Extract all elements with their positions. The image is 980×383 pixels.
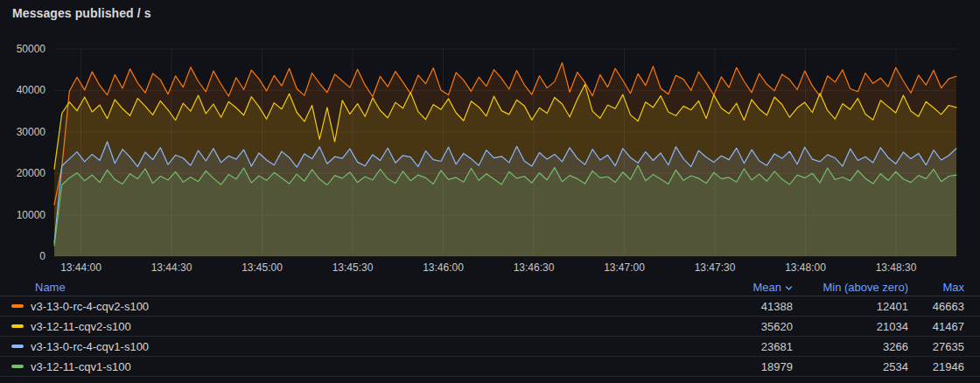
grafana-panel: Messages published / s 01000020000300004… <box>0 0 980 383</box>
x-tick-label: 13:48:00 <box>785 261 826 275</box>
series-mean-value: 35620 <box>714 320 793 333</box>
series-min-value: 12401 <box>793 300 908 313</box>
legend-name-cell: v3-12-11-cqv2-s100 <box>11 320 714 333</box>
series-name[interactable]: v3-13-0-rc-4-cqv2-s100 <box>31 300 149 313</box>
x-tick-label: 13:44:30 <box>151 261 192 275</box>
series-color-swatch[interactable] <box>11 345 24 348</box>
series-mean-value: 23681 <box>714 340 793 353</box>
sort-desc-icon <box>785 284 793 292</box>
y-tick-label: 40000 <box>0 83 46 97</box>
series-max-value: 41467 <box>908 320 964 333</box>
series-max-value: 46663 <box>908 300 964 313</box>
legend-header: Name Mean Min (above zero) Max <box>0 278 980 296</box>
series-color-swatch[interactable] <box>11 304 24 308</box>
x-tick-label: 13:46:00 <box>423 261 464 275</box>
legend-column-max[interactable]: Max <box>908 281 964 294</box>
x-tick-label: 13:47:00 <box>604 261 645 275</box>
legend-row: v3-12-11-cqv1-s10018979253421946 <box>0 357 980 377</box>
legend-row: v3-13-0-rc-4-cqv1-s10023681326627635 <box>0 337 980 357</box>
x-tick-label: 13:45:00 <box>242 261 283 275</box>
x-tick-label: 13:48:30 <box>876 261 917 275</box>
series-color-swatch[interactable] <box>11 324 24 328</box>
legend-name-cell: v3-13-0-rc-4-cqv2-s100 <box>11 300 714 313</box>
legend-column-min[interactable]: Min (above zero) <box>793 281 908 294</box>
series-mean-value: 18979 <box>714 360 793 373</box>
legend-row: v3-13-0-rc-4-cqv2-s100413881240146663 <box>0 296 980 317</box>
legend-name-cell: v3-13-0-rc-4-cqv1-s100 <box>11 340 714 353</box>
x-tick-label: 13:44:00 <box>60 261 102 275</box>
y-tick-label: 30000 <box>0 125 46 139</box>
series-max-value: 27635 <box>908 340 964 353</box>
series-name[interactable]: v3-13-0-rc-4-cqv1-s100 <box>31 340 149 353</box>
y-tick-label: 50000 <box>0 42 46 56</box>
timeseries-chart[interactable]: 01000020000300004000050000 13:44:0013:44… <box>0 0 980 278</box>
series-name[interactable]: v3-12-11-cqv1-s100 <box>31 360 131 373</box>
series-mean-value: 41388 <box>714 300 793 313</box>
plot-canvas <box>0 0 980 278</box>
series-color-swatch[interactable] <box>11 365 24 368</box>
y-tick-label: 20000 <box>0 166 46 180</box>
legend-row: v3-12-11-cqv2-s100356202103441467 <box>0 317 980 337</box>
legend-column-name[interactable]: Name <box>11 281 714 294</box>
legend-rows: v3-13-0-rc-4-cqv2-s100413881240146663v3-… <box>0 296 980 377</box>
x-tick-label: 13:47:30 <box>695 261 736 275</box>
y-tick-label: 0 <box>0 249 46 263</box>
legend-column-mean-label: Mean <box>752 281 781 294</box>
x-tick-label: 13:45:30 <box>332 261 374 275</box>
x-tick-label: 13:46:30 <box>514 261 555 275</box>
series-min-value: 21034 <box>793 320 908 333</box>
legend-name-cell: v3-12-11-cqv1-s100 <box>11 360 714 373</box>
series-max-value: 21946 <box>908 360 964 373</box>
series-min-value: 2534 <box>793 360 908 373</box>
legend-column-mean[interactable]: Mean <box>714 281 793 294</box>
series-name[interactable]: v3-12-11-cqv2-s100 <box>31 320 131 333</box>
y-tick-label: 10000 <box>0 208 46 222</box>
legend-table: Name Mean Min (above zero) Max v3-13-0-r… <box>0 278 980 377</box>
series-min-value: 3266 <box>793 340 908 353</box>
